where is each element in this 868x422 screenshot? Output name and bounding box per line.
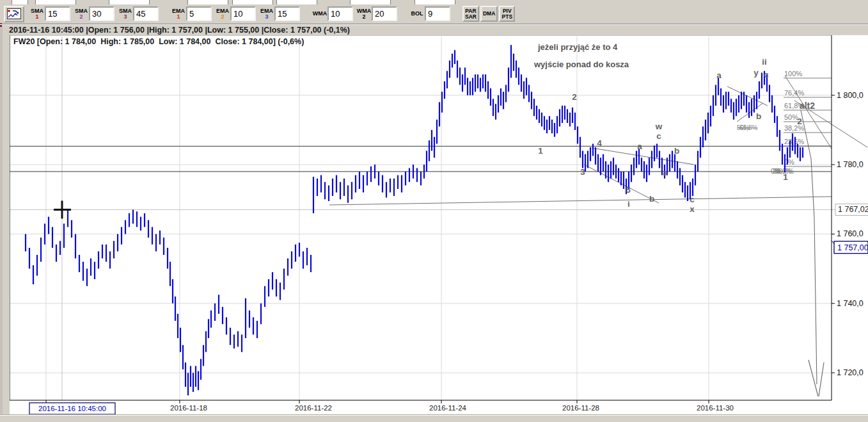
- insert-chart-icon-button[interactable]: [4, 6, 24, 22]
- indicator-group-wma2: WMA2: [356, 6, 397, 21]
- chart-text: 1: [783, 172, 788, 182]
- chart-text: a: [637, 142, 642, 151]
- chart-text: b: [674, 146, 679, 156]
- indicator-period-input-ema2[interactable]: [230, 6, 256, 21]
- indicator-group-ema1: EMA1: [171, 6, 212, 21]
- indicator-label: WMA2: [356, 8, 372, 20]
- chart-text: 2016-11-16 10:45:00: [38, 405, 106, 412]
- indicator-period-input-wma[interactable]: [327, 6, 353, 21]
- price-chart[interactable]: 100%76,4%61,8%50%38,2%23,6%0%0%23,6%38,2…: [10, 35, 868, 415]
- indicator-label: EMA2: [215, 8, 230, 20]
- chart-text: wyjście ponad do kosza: [533, 60, 629, 69]
- indicator-label: BOL: [409, 11, 425, 17]
- top-toolbar-clipped-row: [0, 0, 868, 4]
- chart-text: 23,6%: [784, 138, 804, 145]
- chart-text: ii: [762, 57, 767, 67]
- long-support-line: [329, 197, 832, 205]
- chart-text: 50%: [784, 113, 798, 121]
- chart-text: 0%: [784, 158, 794, 166]
- chart-text: 61,8%: [739, 124, 757, 131]
- chart-text: a: [716, 70, 722, 80]
- insert-chart-icon: [7, 8, 21, 19]
- indicator-period-input-sma3[interactable]: [133, 6, 159, 21]
- indicator-period-input-wma2[interactable]: [372, 6, 397, 21]
- chart-text: 1 720,0: [837, 368, 864, 377]
- quote-status-line: 2016-11-16 10:45:00 |Open: 1 756,00 |Hig…: [9, 26, 350, 35]
- chart-text: 2: [572, 92, 577, 102]
- indicator-group-sma3: SMA3: [118, 6, 159, 21]
- chart-text: 1 760,0: [837, 229, 864, 238]
- chart-text: b: [649, 194, 654, 204]
- indicator-label: SMA3: [118, 8, 133, 20]
- chart-text: 2016-11-30: [697, 404, 734, 412]
- indicator-label: EMA1: [171, 8, 186, 20]
- chart-text: 4: [597, 138, 602, 148]
- indicator-group-ema2: EMA2: [215, 6, 256, 21]
- indicator-label: SMA2: [74, 8, 89, 20]
- chart-text: c: [690, 195, 695, 204]
- chart-text: 2016-11-28: [562, 404, 599, 412]
- chart-text: 76,4%: [784, 89, 804, 97]
- chart-text: b: [756, 111, 761, 121]
- chart-text: 1 767,02: [838, 205, 868, 214]
- dma-button[interactable]: DMA: [480, 6, 498, 22]
- chart-text: x: [690, 204, 695, 214]
- toolbar-divider: [0, 24, 868, 25]
- chart-text: 2016-11-24: [429, 404, 467, 412]
- indicator-period-input-ema3[interactable]: [274, 6, 300, 21]
- indicator-group-wma: WMA: [312, 6, 353, 21]
- status-bar: [0, 414, 868, 422]
- indicator-label: EMA3: [259, 8, 274, 20]
- par-sar-button[interactable]: PARSAR: [462, 6, 479, 22]
- chart-text: a: [663, 168, 668, 177]
- indicator-period-input-bol[interactable]: [425, 6, 450, 21]
- indicator-group-sma2: SMA2: [74, 6, 114, 21]
- window-left-edge: [0, 0, 3, 422]
- indicator-toolbar: SMA1SMA2SMA3EMA1EMA2EMA3WMAWMA2BOL PARSA…: [0, 4, 868, 23]
- chart-text: 2016-11-18: [170, 404, 207, 412]
- chart-text: c: [656, 131, 661, 141]
- piv-pts-button[interactable]: PIVPTS: [499, 6, 515, 22]
- indicator-group-bol: BOL: [409, 6, 450, 21]
- down-arrow-head: [819, 362, 824, 396]
- chart-title: FW20 [Open: 1 784,00 High: 1 785,00 Low:…: [13, 37, 304, 46]
- chart-text: 2: [797, 117, 802, 126]
- chart-text: 100%: [784, 70, 802, 77]
- chart-text: 1 800,0: [837, 91, 864, 100]
- chart-text: 1 757,00: [837, 243, 868, 252]
- indicator-group-ema3: EMA3: [259, 6, 300, 21]
- indicator-period-input-sma2[interactable]: [89, 6, 114, 21]
- chart-text: 2016-11-22: [295, 404, 332, 412]
- chart-text: 1: [538, 146, 543, 156]
- chart-text: w: [655, 122, 663, 131]
- indicator-period-input-sma1[interactable]: [45, 6, 70, 21]
- chart-text: i: [627, 199, 630, 209]
- indicator-period-input-ema1[interactable]: [186, 6, 212, 21]
- indicator-label: WMA: [312, 11, 327, 17]
- price-bars: [26, 45, 803, 395]
- chart-text: c: [764, 70, 769, 79]
- indicator-group-sma1: SMA1: [29, 6, 70, 21]
- chart-text: 3: [580, 167, 585, 177]
- chart-text: 5: [626, 185, 631, 195]
- chart-panel[interactable]: 100%76,4%61,8%50%38,2%23,6%0%0%23,6%38,2…: [10, 35, 868, 415]
- chart-text: 1 740,0: [837, 299, 864, 308]
- chart-text: jeżeli przyjąć że to 4: [537, 42, 618, 52]
- chart-text: alt2: [800, 101, 815, 111]
- indicator-label: SMA1: [29, 8, 45, 20]
- chart-text: y: [754, 68, 759, 77]
- charting-app-window: SMA1SMA2SMA3EMA1EMA2EMA3WMAWMA2BOL PARSA…: [0, 0, 868, 422]
- chart-text: 1 780,0: [837, 160, 864, 169]
